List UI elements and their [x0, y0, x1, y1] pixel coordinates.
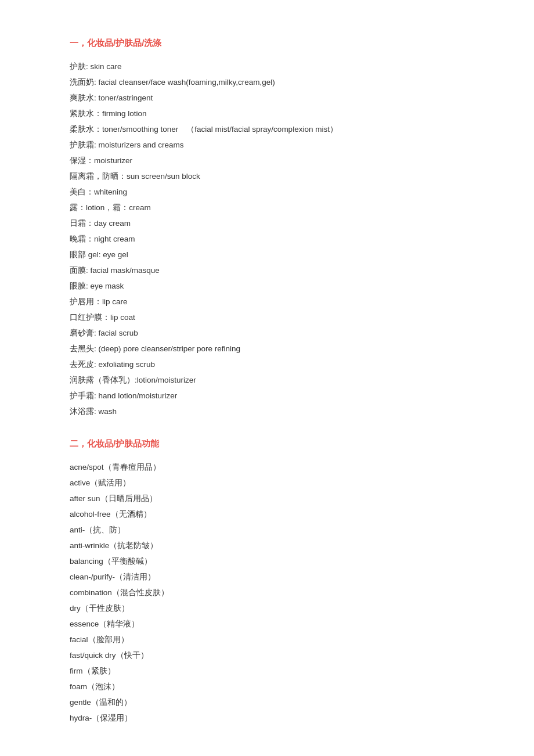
- list-item: gentle（温和的）: [70, 694, 464, 710]
- list-item: acne/spot（青春痘用品）: [70, 459, 464, 475]
- section-1-items: 护肤: skin care 洗面奶: facial cleanser/face …: [70, 59, 464, 419]
- list-item: 露：lotion，霜：cream: [70, 200, 464, 215]
- list-item: 润肤露（香体乳）:lotion/moisturizer: [70, 372, 464, 388]
- list-item: clean-/purify-（清洁用）: [70, 569, 464, 585]
- list-item: 去黑头: (deep) pore cleanser/striper pore r…: [70, 341, 464, 357]
- section-1: 一，化妆品/护肤品/洗涤 护肤: skin care 洗面奶: facial c…: [70, 35, 464, 419]
- list-item: 护肤霜: moisturizers and creams: [70, 137, 464, 153]
- list-item: 洗面奶: facial cleanser/face wash(foaming,m…: [70, 74, 464, 90]
- list-item: 隔离霜，防晒：sun screen/sun block: [70, 168, 464, 184]
- section-2: 二，化妆品/护肤品功能 acne/spot（青春痘用品） active（赋活用）…: [70, 435, 464, 726]
- list-item: 紧肤水：firming lotion: [70, 106, 464, 121]
- section-2-items: acne/spot（青春痘用品） active（赋活用） after sun（日…: [70, 459, 464, 726]
- list-item: 去死皮: exfoliating scrub: [70, 357, 464, 372]
- list-item: 沐浴露: wash: [70, 404, 464, 419]
- page-content: 一，化妆品/护肤品/洗涤 护肤: skin care 洗面奶: facial c…: [70, 35, 464, 726]
- list-item: active（赋活用）: [70, 475, 464, 491]
- list-item: anti-（抗、防）: [70, 522, 464, 538]
- list-item: balancing（平衡酸碱）: [70, 553, 464, 569]
- list-item: alcohol-free（无酒精）: [70, 506, 464, 522]
- list-item: fast/quick dry（快干）: [70, 647, 464, 663]
- list-item: 护肤: skin care: [70, 59, 464, 74]
- list-item: 口红护膜：lip coat: [70, 309, 464, 325]
- list-item: 爽肤水: toner/astringent: [70, 90, 464, 106]
- list-item: 护唇用：lip care: [70, 294, 464, 309]
- list-item: dry（干性皮肤）: [70, 600, 464, 616]
- list-item: 磨砂膏: facial scrub: [70, 325, 464, 341]
- list-item: 日霜：day cream: [70, 215, 464, 231]
- list-item: anti-wrinkle（抗老防皱）: [70, 538, 464, 553]
- list-item: firm（紧肤）: [70, 663, 464, 679]
- list-item: after sun（日晒后用品）: [70, 491, 464, 506]
- list-item: 柔肤水：toner/smoothing toner （facial mist/f…: [70, 121, 464, 137]
- list-item: 保湿：moisturizer: [70, 153, 464, 168]
- list-item: 眼部 gel: eye gel: [70, 247, 464, 262]
- list-item: foam（泡沫）: [70, 679, 464, 694]
- list-item: combination（混合性皮肤）: [70, 585, 464, 600]
- list-item: 美白：whitening: [70, 184, 464, 200]
- list-item: 晚霜：night cream: [70, 231, 464, 247]
- section-2-title: 二，化妆品/护肤品功能: [70, 435, 464, 451]
- list-item: 护手霜: hand lotion/moisturizer: [70, 388, 464, 404]
- list-item: hydra-（保湿用）: [70, 710, 464, 726]
- section-1-title: 一，化妆品/护肤品/洗涤: [70, 35, 464, 51]
- list-item: facial（脸部用）: [70, 632, 464, 647]
- list-item: 眼膜: eye mask: [70, 278, 464, 294]
- list-item: 面膜: facial mask/masque: [70, 262, 464, 278]
- list-item: essence（精华液）: [70, 616, 464, 632]
